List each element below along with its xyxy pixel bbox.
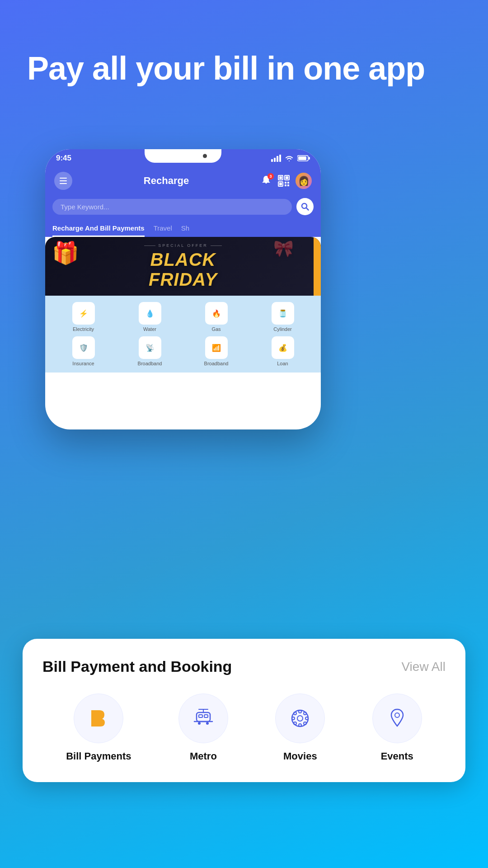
events-icon-circle (372, 693, 422, 743)
qr-button[interactable] (277, 175, 290, 187)
tab-shopping[interactable]: Sh (181, 221, 189, 237)
banner: 🎁 🎀 SPECIAL OFFER BLACK FRIDAY (45, 237, 321, 296)
svg-rect-2 (277, 156, 278, 162)
svg-rect-1 (274, 158, 276, 162)
bill-payment-card: Bill Payment and Booking View All B Bill… (23, 639, 465, 782)
grid-cylinder: 🫙 Cylinder (252, 302, 314, 332)
grid-insurance: 🛡️ Insurance (52, 336, 114, 366)
svg-rect-8 (279, 176, 282, 179)
service-label-movies: Movies (283, 750, 317, 762)
card-header: Bill Payment and Booking View All (42, 658, 446, 675)
svg-point-38 (294, 722, 296, 725)
search-icon (301, 203, 309, 211)
signal-icon (271, 155, 281, 162)
service-label-bill-payments: Bill Payments (66, 750, 131, 762)
service-label-events: Events (381, 750, 413, 762)
svg-text:B: B (91, 710, 103, 728)
svg-point-34 (305, 717, 308, 720)
qr-icon (277, 175, 290, 187)
tab-recharge[interactable]: Recharge And Bill Payments (52, 221, 145, 237)
notification-button[interactable]: 3 (260, 175, 272, 187)
events-icon (386, 707, 408, 730)
services-row: B Bill Payments (42, 693, 446, 762)
status-time: 9:45 (56, 154, 71, 163)
svg-rect-10 (286, 176, 288, 179)
svg-point-30 (297, 716, 303, 721)
tab-bar: Recharge And Bill Payments Travel Sh (45, 221, 321, 237)
svg-point-24 (198, 722, 201, 725)
svg-rect-14 (287, 182, 289, 184)
service-events[interactable]: Events (372, 693, 422, 762)
special-offer-label: SPECIAL OFFER (158, 243, 208, 248)
metro-icon-circle (178, 693, 228, 743)
menu-button[interactable] (54, 172, 72, 190)
service-bill-payments[interactable]: B Bill Payments (66, 693, 131, 762)
service-metro[interactable]: Metro (178, 693, 228, 762)
movies-icon (288, 707, 312, 730)
grid-electricity: ⚡ Electricity (52, 302, 114, 332)
svg-rect-21 (199, 715, 202, 717)
metro-icon (192, 707, 215, 730)
bill-payments-icon: B (87, 707, 110, 730)
grid-gas: 🔥 Gas (185, 302, 247, 332)
svg-rect-0 (271, 159, 273, 162)
front-camera (203, 154, 207, 158)
status-icons (271, 155, 310, 162)
card-title: Bill Payment and Booking (42, 658, 232, 675)
svg-rect-16 (287, 184, 289, 186)
svg-point-25 (206, 722, 209, 725)
tab-travel[interactable]: Travel (154, 221, 172, 237)
battery-icon (297, 155, 310, 161)
app-header: Recharge 3 (45, 167, 321, 194)
app-title: Recharge (144, 175, 189, 187)
svg-rect-6 (309, 157, 310, 160)
bill-payments-icon-circle: B (74, 693, 123, 743)
svg-rect-3 (279, 155, 281, 162)
svg-line-18 (306, 208, 309, 210)
banner-black-friday: BLACK FRIDAY (144, 250, 222, 289)
svg-rect-22 (204, 715, 208, 717)
avatar[interactable]: 👩 (296, 173, 312, 189)
grid-water: 💧 Water (119, 302, 181, 332)
phone-mockup: 9:45 (45, 149, 321, 429)
decoration-bow: 🎀 (273, 239, 294, 258)
svg-rect-15 (285, 184, 286, 186)
service-label-metro: Metro (190, 750, 217, 762)
search-input[interactable]: Type Keyword... (52, 199, 292, 215)
service-movies[interactable]: Movies (275, 693, 325, 762)
svg-point-33 (292, 717, 295, 720)
view-all-button[interactable]: View All (401, 660, 446, 674)
banner-text: SPECIAL OFFER BLACK FRIDAY (144, 243, 222, 289)
gift-icon: 🎁 (52, 241, 79, 266)
yellow-accent-strip (314, 237, 321, 296)
svg-point-36 (304, 722, 306, 725)
movies-icon-circle (275, 693, 325, 743)
svg-point-31 (299, 710, 301, 713)
wifi-icon (285, 155, 294, 162)
svg-point-32 (299, 724, 301, 726)
grid-broadband2: 📶 Broadband (185, 336, 247, 366)
grid-broadband: 📡 Broadband (119, 336, 181, 366)
search-button[interactable] (296, 198, 314, 215)
svg-point-39 (395, 713, 399, 717)
services-grid: ⚡ Electricity 💧 Water 🔥 Gas 🫙 Cylinder 🛡… (45, 296, 321, 373)
app-content: 🎁 🎀 SPECIAL OFFER BLACK FRIDAY (45, 237, 321, 373)
svg-point-37 (304, 712, 306, 715)
notification-badge: 3 (267, 173, 274, 179)
svg-rect-12 (279, 183, 282, 185)
svg-rect-13 (285, 182, 286, 184)
header-actions: 3 👩 (260, 173, 312, 189)
hero-title: Pay all your bill in one app (27, 50, 461, 87)
svg-point-35 (294, 712, 296, 715)
grid-loan: 💰 Loan (252, 336, 314, 366)
phone-notch (145, 149, 221, 163)
search-bar: Type Keyword... (45, 194, 321, 221)
svg-rect-5 (298, 156, 306, 160)
